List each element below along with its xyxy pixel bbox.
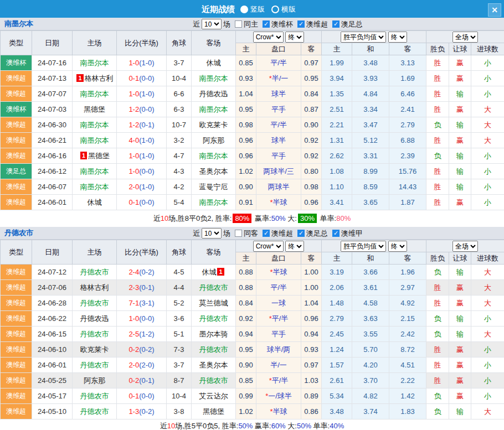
home-team-name: 南墨尔本 xyxy=(80,183,109,191)
layout-option-horizontal[interactable]: 横版 xyxy=(271,4,296,14)
avg-draw-odds: 5.70 xyxy=(352,342,389,358)
home-odds: 0.88 xyxy=(236,265,256,280)
corner-score: 5-2 xyxy=(167,296,192,311)
avg-home-odds: 1.48 xyxy=(322,296,352,311)
match-row: 澳维超24-06-15丹德农市2-5(1-2)5-1墨尔本骑0.94平手0.94… xyxy=(1,327,504,342)
col-header-goals: 进球数 xyxy=(471,252,504,265)
odds-time-select[interactable]: 终 xyxy=(285,32,304,43)
away-team: 休城 xyxy=(192,55,236,71)
recent-results-panel: 近期战绩 竖版 横版 ✕ 南墨尔本 近 10 场 同主 ✓ 澳维杯 ✓ 澳维超 … xyxy=(0,0,504,430)
handicap-star: * xyxy=(270,407,272,416)
summary-segment: 赢率: xyxy=(253,422,271,430)
scope-select[interactable]: 全场 xyxy=(452,241,478,252)
result: 胜 xyxy=(426,86,449,102)
home-odds: 0.85 xyxy=(236,373,256,388)
unit-label: 场 xyxy=(223,229,230,239)
away-odds: 1.00 xyxy=(301,265,322,280)
away-odds: 0.96 xyxy=(301,311,322,327)
league-checkbox-aoweichao[interactable]: ✓ xyxy=(263,230,270,237)
summary-segment: 30% xyxy=(298,214,317,223)
home-team-name: 丹德农市 xyxy=(80,330,109,338)
corner-score: 3-7 xyxy=(167,358,192,373)
league-checkbox-aozuzong[interactable]: ✓ xyxy=(332,20,340,28)
close-button[interactable]: ✕ xyxy=(488,3,501,17)
home-team: 丹德农市 xyxy=(73,404,117,419)
record-summary: 近10场,胜5平0负5, 胜率:50% 赢率:60% 大:50% 单率:40% xyxy=(0,419,504,430)
handicap-result: 输 xyxy=(449,179,471,195)
away-team-name: 南墨尔本 xyxy=(199,198,228,206)
result: 负 xyxy=(426,388,449,404)
match-score: 2-5(1-2) xyxy=(117,327,167,342)
handicap: 球半 xyxy=(256,86,301,102)
avg-home-odds: 2.79 xyxy=(322,311,352,327)
league-checkbox-aoweibei[interactable]: ✓ xyxy=(263,20,270,28)
avg-draw-odds: 3.70 xyxy=(352,373,389,388)
halftime-score: (0-0) xyxy=(139,74,154,82)
match-score: 0-2(0-2) xyxy=(117,342,167,358)
layout-option-vertical[interactable]: 竖版 xyxy=(240,4,265,14)
home-team-name: 休城 xyxy=(88,198,102,206)
away-team: 丹德农市 xyxy=(192,373,236,388)
record-summary: 近10场,胜8平0负2, 胜率:80% 赢率:50% 大:30% 单率:80% xyxy=(0,210,504,227)
col-header-handicap-result: 让球 xyxy=(449,252,471,265)
home-odds: 0.92 xyxy=(236,311,256,327)
match-count-select[interactable]: 10 xyxy=(202,228,222,239)
match-row: 澳维超24-06-28丹德农市7-1(3-1)5-2莫兰德城0.84一球1.04… xyxy=(1,296,504,311)
fulltime-score: 2-0 xyxy=(128,183,139,191)
away-team: 休城1 xyxy=(192,265,236,280)
match-row: 澳维超24-06-161黑德堡1-0(1-0)4-7南墨尔本0.96平手0.92… xyxy=(1,148,504,164)
home-odds: 0.96 xyxy=(236,148,256,164)
summary-segment: 50% xyxy=(238,422,253,430)
home-odds: 0.88 xyxy=(236,280,256,296)
summary-segment: 10 xyxy=(167,422,175,430)
league-checkbox-aozuzong[interactable]: ✓ xyxy=(297,230,305,237)
away-team: 阿东那 xyxy=(192,133,236,148)
average-type-select[interactable]: 胜平负均值 xyxy=(341,241,386,252)
away-team-name: 黑德堡 xyxy=(203,407,224,416)
home-team: 丹德农市 xyxy=(73,327,117,342)
match-date: 24-06-21 xyxy=(32,133,73,148)
handicap-result: 赢 xyxy=(449,195,471,210)
away-team: 圣奥尔本 xyxy=(192,164,236,179)
away-team: 圣奥尔本 xyxy=(192,358,236,373)
scope-group-header: 全场 xyxy=(426,240,504,252)
home-team: 丹德农市 xyxy=(73,388,117,404)
fulltime-score: 0-2 xyxy=(128,376,139,385)
match-row: 澳维超24-06-21南墨尔本4-0(1-0)3-2阿东那0.96球半0.921… xyxy=(1,133,504,148)
odds-company-select[interactable]: Crow* xyxy=(253,32,284,43)
handicap-result: 赢 xyxy=(449,55,471,71)
checkbox-label: 同客 xyxy=(244,229,258,239)
match-score: 2-3(0-1) xyxy=(117,280,167,296)
average-time-select[interactable]: 终 xyxy=(388,241,407,252)
fulltime-score: 0-1 xyxy=(128,392,139,400)
scope-select[interactable]: 全场 xyxy=(452,32,478,43)
goals-total: 大 xyxy=(471,404,504,419)
average-type-select[interactable]: 胜平负均值 xyxy=(341,32,386,43)
match-date: 24-07-12 xyxy=(32,265,73,280)
home-team-name: 丹德农市 xyxy=(80,361,109,369)
fulltime-score: 2-0 xyxy=(128,361,139,369)
home-odds: 0.93 xyxy=(236,71,256,86)
avg-away-odds: 1.83 xyxy=(389,404,426,419)
away-team: 南墨尔本 xyxy=(192,71,236,86)
average-time-select[interactable]: 终 xyxy=(388,32,407,43)
same-home-checkbox[interactable] xyxy=(235,20,242,28)
goals-total: 大 xyxy=(471,327,504,342)
odds-company-select[interactable]: Crow* xyxy=(253,241,284,252)
summary-segment: 场,胜5平0负5, 胜率: xyxy=(175,422,238,430)
home-odds: 0.85 xyxy=(236,55,256,71)
col-header-goals: 进球数 xyxy=(471,43,504,55)
odds-time-select[interactable]: 终 xyxy=(285,241,304,252)
away-team-name: 丹德农市 xyxy=(199,314,228,323)
match-row: 澳维超24-06-01丹德农市2-0(2-0)3-7圣奥尔本0.90半/一0.9… xyxy=(1,358,504,373)
home-team-name: 南墨尔本 xyxy=(80,167,109,175)
match-count-select[interactable]: 10 xyxy=(202,19,222,29)
away-odds: 0.93 xyxy=(301,342,322,358)
col-header-date: 日期 xyxy=(32,240,73,265)
league-checkbox-aoweichao[interactable]: ✓ xyxy=(297,20,305,28)
league-checkbox-aoweijia[interactable]: ✓ xyxy=(332,230,340,237)
same-away-checkbox[interactable] xyxy=(235,230,242,237)
handicap: *半球 xyxy=(256,195,301,210)
avg-draw-odds: 3.65 xyxy=(352,195,389,210)
match-score: 4-0(1-0) xyxy=(117,133,167,148)
